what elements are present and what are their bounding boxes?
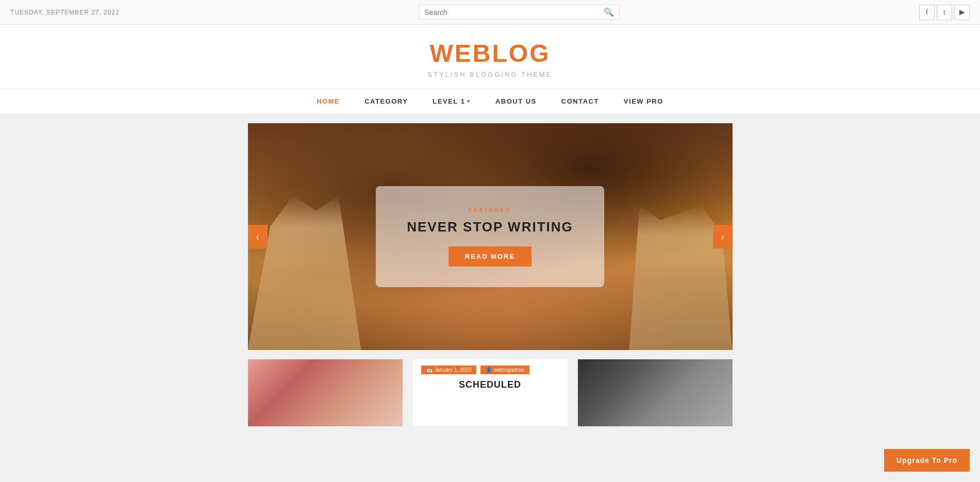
hero-image: FEATURED NEVER STOP WRITING READ MORE [248, 123, 733, 350]
user-icon: 👤 [486, 367, 492, 373]
nav-category[interactable]: CATEGORY [352, 89, 420, 113]
nav-home[interactable]: HOME [304, 89, 352, 113]
slider-prev-button[interactable]: ‹ [248, 225, 268, 248]
read-more-button[interactable]: READ MORE [449, 246, 531, 267]
slider-next-button[interactable]: › [713, 225, 733, 248]
site-title: WEBLOG [10, 39, 970, 68]
featured-label: FEATURED [407, 207, 573, 213]
post-meta: 📅 January 1, 2020 👤 weblogadmin [421, 365, 559, 374]
hero-slider: FEATURED NEVER STOP WRITING READ MORE ‹ … [248, 123, 733, 350]
post-image-fashion [248, 359, 403, 426]
search-box[interactable]: 🔍 [419, 5, 620, 20]
post-date: January 1, 2020 [435, 367, 472, 373]
site-tagline: STYLISH BLOGGING THEME [10, 71, 970, 78]
nav-view-pro[interactable]: VIEW PRO [611, 89, 676, 113]
post-author-badge: 👤 weblogadmin [480, 365, 529, 374]
post-author: weblogadmin [494, 367, 524, 373]
posts-row: 📅 January 1, 2020 👤 weblogadmin SCHEDULE… [248, 359, 733, 426]
site-header: WEBLOG STYLISH BLOGGING THEME [0, 25, 980, 89]
date-display: TUESDAY, SEPTEMBER 27, 2022 [10, 9, 120, 16]
twitter-icon[interactable]: t [937, 5, 952, 20]
hero-overlay: FEATURED NEVER STOP WRITING READ MORE [376, 186, 604, 287]
post-date-badge: 📅 January 1, 2020 [421, 365, 477, 374]
facebook-icon[interactable]: f [919, 5, 935, 20]
calendar-icon: 📅 [426, 367, 433, 373]
youtube-icon[interactable]: ▶ [954, 5, 970, 20]
post-title: SCHEDULED [421, 379, 559, 390]
post-card [248, 359, 403, 426]
search-icon: 🔍 [604, 7, 614, 17]
post-image-tech [578, 359, 733, 426]
post-card-center: 📅 January 1, 2020 👤 weblogadmin SCHEDULE… [413, 359, 568, 426]
hero-title: NEVER STOP WRITING [407, 219, 573, 235]
nav-about[interactable]: ABOUT US [483, 89, 549, 113]
chevron-down-icon: ▾ [467, 98, 471, 104]
main-nav: HOME CATEGORY LEVEL 1 ▾ ABOUT US CONTACT… [0, 89, 980, 114]
post-card-body: 📅 January 1, 2020 👤 weblogadmin SCHEDULE… [413, 359, 568, 396]
nav-contact[interactable]: CONTACT [549, 89, 611, 113]
nav-level1[interactable]: LEVEL 1 ▾ [420, 89, 483, 113]
post-card-tech [578, 359, 733, 426]
search-input[interactable] [424, 8, 604, 16]
top-bar: TUESDAY, SEPTEMBER 27, 2022 🔍 f t ▶ [0, 0, 980, 25]
social-icons: f t ▶ [919, 5, 970, 20]
